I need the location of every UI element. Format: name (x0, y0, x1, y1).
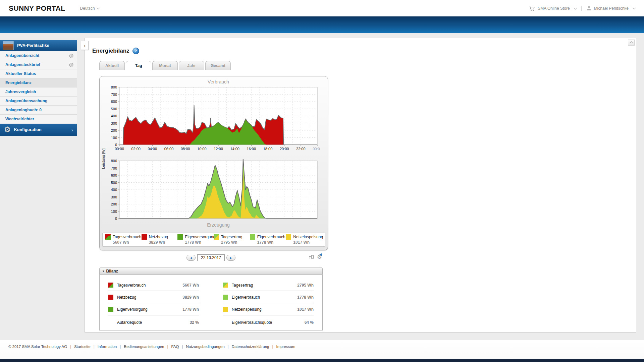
legend-item-eigenverbrauch: Eigenverbrauch1778 Wh (250, 234, 286, 245)
svg-text:700: 700 (111, 166, 117, 170)
bilanz-color-swatch (108, 307, 113, 312)
previous-day-button[interactable]: ◀ (186, 255, 196, 261)
store-label: SMA Online Store (538, 6, 570, 11)
bilanz-row-value: 1017 Wh (297, 307, 314, 312)
sunny-portal-logo: SUNNY PORTAL (9, 4, 65, 12)
chart-settings-icon[interactable]: ⚙ (317, 254, 322, 260)
bilanz-summary-row: Autarkiequote 32 % (108, 320, 199, 325)
tab-monat[interactable]: Monat (152, 61, 178, 70)
sidebar-nav: AnlagenübersichtAnlagensteckbriefAktuell… (0, 51, 77, 123)
tab-jahr[interactable]: Jahr (179, 61, 204, 70)
chevron-down-icon (574, 6, 577, 9)
bilanz-color-swatch (108, 283, 113, 288)
bilanz-title: Bilanz (106, 269, 118, 274)
sidebar-item-aktueller-status[interactable]: Aktueller Status (0, 69, 77, 78)
user-name: Michael Perlitschke (594, 6, 629, 11)
collapse-sidebar-button[interactable]: ‹ (81, 41, 89, 50)
sidebar-item-konfiguration[interactable]: ⚙ Konfiguration › (0, 124, 77, 136)
footer-link-startseite[interactable]: Startseite (74, 345, 91, 349)
legend-value: 1778 Wh (257, 240, 286, 245)
bottom-bar (0, 359, 644, 362)
tab-tag[interactable]: Tag (126, 61, 151, 70)
user-icon (586, 6, 592, 11)
bilanz-row-label: Netzeinspeisung (232, 307, 262, 312)
legend-color-swatch (142, 234, 147, 240)
bilanz-row-value: 3829 Wh (182, 295, 199, 300)
svg-text:300: 300 (111, 121, 117, 125)
bilanz-panel: ▾ Bilanz Tagesverbrauch5607 WhNetzbezug3… (99, 267, 323, 330)
footer-separator: | (272, 345, 273, 349)
plant-photo (3, 41, 14, 50)
sidebar-item-anlagenuebersicht[interactable]: Anlagenübersicht (0, 51, 77, 60)
svg-text:100: 100 (111, 209, 117, 214)
legend-color-swatch (250, 234, 255, 240)
bilanz-header[interactable]: ▾ Bilanz (99, 267, 323, 275)
bilanz-row-label: Eigenverbrauch (232, 295, 260, 300)
footer-link-impressum[interactable]: Impressum (276, 345, 295, 349)
sma-online-store-menu[interactable]: SMA Online Store (529, 6, 576, 11)
user-menu[interactable]: Michael Perlitschke (586, 6, 635, 11)
export-icon[interactable] (308, 254, 314, 260)
svg-text:0: 0 (115, 217, 117, 221)
next-day-button[interactable]: ▶ (226, 255, 235, 261)
legend-color-swatch (105, 234, 111, 240)
sidebar-item-anlagenueberwachung[interactable]: Anlagenüberwachung (0, 96, 77, 105)
bilanz-color-swatch (223, 283, 228, 288)
svg-text:400: 400 (111, 188, 117, 192)
bilanz-color-swatch (108, 295, 113, 300)
globe-icon (69, 63, 73, 67)
svg-text:500: 500 (111, 107, 117, 111)
divider (581, 6, 582, 11)
bilanz-row-label: Netzbezug (117, 295, 136, 300)
svg-text:200: 200 (111, 128, 117, 132)
footer-link-faq[interactable]: FAQ (171, 345, 179, 349)
scroll-top-button[interactable] (628, 40, 635, 46)
svg-text:500: 500 (111, 181, 117, 185)
legend-value: 2795 Wh (221, 240, 250, 245)
svg-text:16:00: 16:00 (247, 147, 256, 151)
banner (0, 16, 644, 33)
bilanz-summary-row: Eigenverbrauchsquote 64 % (223, 320, 314, 325)
legend-item-tagesverbrauch: Tagesverbrauch5607 Wh (105, 234, 142, 245)
sidebar-item-wechselrichter[interactable]: Wechselrichter (0, 114, 77, 123)
svg-text:02:00: 02:00 (131, 147, 141, 151)
bilanz-row-value: 2795 Wh (297, 283, 314, 288)
konfiguration-label: Konfiguration (14, 127, 42, 132)
bilanz-color-swatch (223, 295, 228, 300)
bilanz-row-netzbezug: Netzbezug3829 Wh (108, 294, 199, 303)
language-selector[interactable]: Deutsch (80, 6, 99, 11)
svg-text:0: 0 (115, 143, 117, 147)
legend-value: 1017 Wh (293, 240, 322, 245)
sidebar-item-anlagensteckbrief[interactable]: Anlagensteckbrief (0, 60, 77, 69)
tab-aktuell[interactable]: Aktuell (99, 61, 125, 70)
bilanz-row-tagesertrag: Tagesertrag2795 Wh (223, 282, 314, 291)
legend-color-swatch (177, 234, 183, 240)
sidebar-item-label: Anlagenlogbuch: 0 (5, 108, 42, 112)
legend-color-swatch (214, 234, 219, 240)
legend-label: Netzbezug (149, 235, 168, 239)
footer-link-nutzungsbedingungen[interactable]: Nutzungsbedingungen (186, 345, 224, 349)
page: SUNNY PORTAL Deutsch SMA Online Store (0, 0, 644, 362)
bilanz-row-value: 5607 Wh (182, 283, 199, 288)
sidebar-item-energiebilanz[interactable]: Energiebilanz (0, 78, 77, 87)
svg-text:600: 600 (111, 173, 117, 177)
footer-link-datenschutzerklaerung[interactable]: Datenschutzerklärung (232, 345, 269, 349)
svg-text:18:00: 18:00 (263, 147, 273, 151)
tab-gesamt[interactable]: Gesamt (205, 61, 231, 70)
svg-text:22:00: 22:00 (296, 147, 306, 151)
legend-label: Eigenverbrauch (257, 235, 285, 239)
top-header: SUNNY PORTAL Deutsch SMA Online Store (0, 0, 644, 16)
footer-link-bedienungsanleitungen[interactable]: Bedienungsanleitungen (124, 345, 164, 349)
svg-text:Erzeugung: Erzeugung (207, 222, 230, 228)
sidebar-item-jahresvergleich[interactable]: Jahresvergleich (0, 87, 77, 96)
gear-icon: ⚙ (4, 126, 11, 133)
footer-link-information[interactable]: Information (98, 345, 117, 349)
plant-header[interactable]: PVA-Perlitschke (0, 40, 77, 51)
eigenverbrauchsquote-label: Eigenverbrauchsquote (232, 320, 272, 325)
sidebar-item-anlagenlogbuch-0[interactable]: Anlagenlogbuch: 0 (0, 105, 77, 114)
legend-value: 5607 Wh (113, 240, 142, 245)
legend-label: Netzeinspeisung (293, 235, 323, 239)
date-input[interactable] (197, 254, 225, 261)
autarkiequote-value: 32 % (190, 320, 199, 325)
help-icon[interactable]: ? (132, 48, 139, 54)
